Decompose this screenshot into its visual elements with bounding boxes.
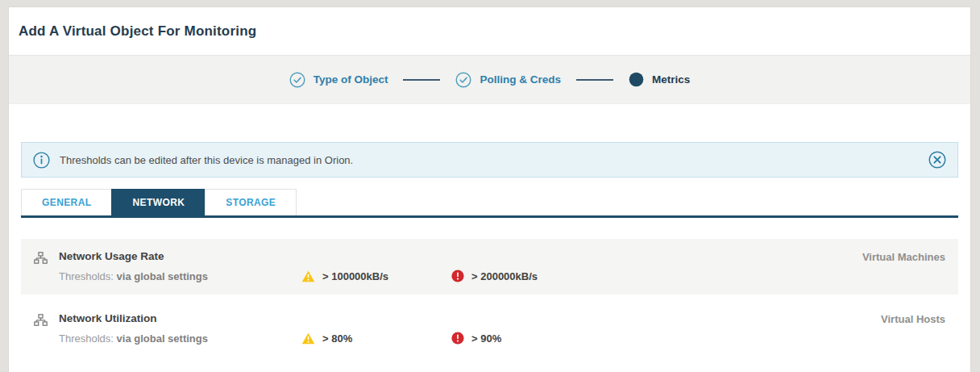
network-nodes-icon — [34, 314, 48, 327]
critical-threshold-value: > 200000kB/s — [471, 270, 538, 282]
tab-storage[interactable]: STORAGE — [205, 189, 297, 215]
metric-row-main: Network Usage Rate Thresholds: via globa… — [59, 250, 862, 282]
metric-row-network-usage-rate[interactable]: Network Usage Rate Thresholds: via globa… — [21, 239, 958, 295]
metric-row-main: Network Utilization Thresholds: via glob… — [59, 312, 881, 345]
metric-category-tabs: GENERAL NETWORK STORAGE — [21, 189, 958, 218]
critical-circle-icon — [451, 270, 464, 282]
thresholds-source: Thresholds: via global settings — [59, 270, 301, 282]
step-connector — [403, 79, 440, 81]
warning-triangle-icon — [301, 332, 315, 345]
check-circle-icon — [289, 72, 305, 88]
info-circle-icon — [33, 152, 50, 169]
step-connector — [576, 79, 613, 81]
step-polling-creds[interactable]: Polling & Creds — [455, 72, 561, 88]
check-circle-icon — [455, 72, 471, 88]
warning-triangle-icon — [301, 270, 315, 282]
network-nodes-icon — [34, 252, 48, 265]
thresholds-value: via global settings — [117, 332, 208, 345]
step-metrics-current: Metrics — [629, 72, 690, 87]
info-banner: Thresholds can be edited after this devi… — [21, 142, 958, 178]
metric-row-network-utilization[interactable]: Network Utilization Thresholds: via glob… — [21, 301, 958, 357]
metric-name: Network Utilization — [59, 312, 881, 324]
filled-dot-icon — [629, 72, 644, 87]
tab-network[interactable]: NETWORK — [111, 189, 205, 215]
warning-threshold: > 100000kB/s — [301, 270, 451, 282]
tab-label: GENERAL — [42, 197, 91, 208]
thresholds-label: Thresholds: — [59, 270, 114, 282]
thresholds-source: Thresholds: via global settings — [59, 332, 301, 345]
thresholds-value: via global settings — [117, 270, 208, 282]
warning-threshold-value: > 100000kB/s — [322, 270, 388, 282]
object-type-label: Virtual Machines — [862, 251, 945, 263]
tab-general[interactable]: GENERAL — [21, 189, 111, 215]
dialog-header: Add A Virtual Object For Monitoring — [9, 7, 970, 56]
banner-close-icon[interactable] — [928, 151, 946, 169]
critical-threshold: > 90% — [451, 332, 501, 345]
object-type-label: Virtual Hosts — [881, 313, 945, 325]
metric-thresholds: Thresholds: via global settings > 100000… — [59, 270, 862, 282]
thresholds-label: Thresholds: — [59, 332, 114, 345]
critical-threshold: > 200000kB/s — [451, 270, 538, 282]
page-title: Add A Virtual Object For Monitoring — [19, 23, 256, 40]
step-label: Metrics — [652, 73, 690, 86]
wizard-stepper: Type of Object Polling & Creds Metrics — [9, 56, 970, 104]
metric-thresholds: Thresholds: via global settings > 80% — [59, 332, 881, 345]
add-virtual-object-dialog: Add A Virtual Object For Monitoring Type… — [8, 6, 971, 372]
metric-name: Network Usage Rate — [59, 250, 862, 262]
step-label: Polling & Creds — [480, 73, 561, 86]
step-type-of-object[interactable]: Type of Object — [289, 72, 388, 88]
banner-message: Thresholds can be edited after this devi… — [60, 154, 928, 166]
critical-circle-icon — [451, 332, 464, 345]
step-label: Type of Object — [314, 73, 388, 86]
tab-label: NETWORK — [132, 197, 185, 208]
tab-label: STORAGE — [226, 197, 276, 208]
metric-list: Network Usage Rate Thresholds: via globa… — [21, 239, 958, 357]
warning-threshold-value: > 80% — [322, 332, 352, 345]
warning-threshold: > 80% — [301, 332, 451, 345]
critical-threshold-value: > 90% — [471, 332, 501, 345]
